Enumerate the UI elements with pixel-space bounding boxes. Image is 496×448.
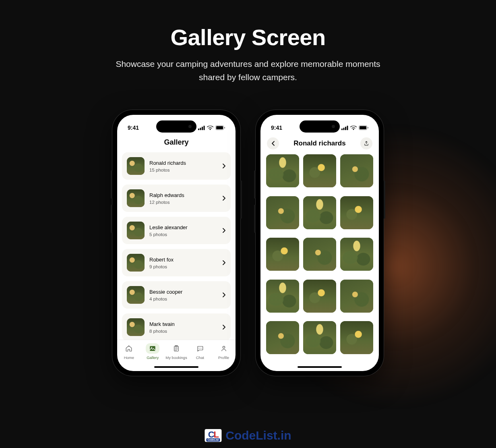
- svg-rect-14: [345, 127, 346, 130]
- chevron-right-icon: [223, 196, 226, 201]
- tab-label: Home: [124, 355, 134, 360]
- list-item[interactable]: Ronald richards 15 photos: [122, 152, 231, 180]
- photo-thumbnail[interactable]: [266, 321, 299, 354]
- tab-chat[interactable]: Chat: [189, 343, 211, 360]
- photo-thumbnail[interactable]: [340, 196, 373, 229]
- photo-thumbnail[interactable]: [303, 321, 336, 354]
- photo-thumbnail[interactable]: [266, 280, 299, 313]
- avatar-thumbnail: [127, 318, 145, 336]
- share-icon: [364, 141, 369, 146]
- user-name: Leslie alexander: [149, 224, 218, 230]
- avatar-thumbnail: [127, 286, 145, 304]
- photo-thumbnail[interactable]: [303, 238, 336, 271]
- user-name: Bessie cooper: [149, 289, 218, 295]
- signal-icon: [198, 126, 205, 130]
- avatar-thumbnail: [127, 254, 145, 272]
- svg-rect-2: [202, 127, 203, 130]
- detail-title: Ronald richards: [293, 139, 345, 147]
- user-name: Robert fox: [149, 257, 218, 263]
- battery-icon: [215, 125, 225, 130]
- phone-mock-gallery-detail: 9:41: [256, 110, 384, 376]
- user-name: Ronald richards: [149, 160, 218, 166]
- avatar-thumbnail: [127, 157, 145, 175]
- svg-rect-3: [204, 126, 205, 130]
- gallery-icon: [146, 343, 159, 354]
- list-item[interactable]: Mark twain 8 photos: [122, 313, 231, 340]
- avatar-thumbnail: [127, 189, 145, 207]
- wifi-icon: [350, 126, 357, 130]
- phone-notch: [300, 120, 340, 133]
- chevron-left-icon: [271, 141, 275, 146]
- photo-count: 8 photos: [149, 329, 218, 334]
- list-item[interactable]: Bessie cooper 4 photos: [122, 281, 231, 309]
- status-time: 9:41: [128, 124, 139, 131]
- svg-rect-7: [150, 346, 155, 351]
- photo-thumbnail[interactable]: [340, 321, 373, 354]
- photo-count: 9 photos: [149, 264, 218, 269]
- svg-rect-15: [347, 126, 348, 130]
- status-time: 9:41: [271, 124, 282, 131]
- gallery-screen-title: Gallery: [117, 135, 236, 152]
- photo-count: 12 photos: [149, 200, 218, 205]
- back-button[interactable]: [267, 137, 279, 149]
- photo-thumbnail[interactable]: [340, 238, 373, 271]
- photo-count: 5 photos: [149, 232, 218, 237]
- list-item[interactable]: Ralph edwards 12 photos: [122, 185, 231, 212]
- tab-profile[interactable]: Profile: [213, 343, 235, 360]
- svg-rect-12: [341, 129, 343, 130]
- tab-bookings[interactable]: My bookings: [165, 343, 188, 360]
- user-name: Ralph edwards: [149, 192, 218, 198]
- svg-rect-5: [216, 126, 223, 129]
- svg-rect-6: [224, 127, 225, 129]
- chevron-right-icon: [223, 260, 226, 265]
- signal-icon: [341, 126, 348, 130]
- chat-icon: [193, 343, 207, 354]
- home-indicator: [298, 366, 342, 368]
- tab-label: My bookings: [165, 355, 187, 360]
- watermark-text: CodeList.in: [225, 429, 291, 442]
- chevron-right-icon: [223, 164, 226, 168]
- home-icon: [122, 343, 136, 354]
- svg-rect-1: [200, 128, 201, 130]
- photo-thumbnail[interactable]: [303, 154, 336, 187]
- gallery-user-list: Ronald richards 15 photos Ralph edwards …: [117, 152, 236, 340]
- clipboard-icon: [169, 343, 183, 354]
- photo-thumbnail[interactable]: [340, 280, 373, 313]
- chevron-right-icon: [223, 228, 226, 233]
- tab-gallery[interactable]: Gallery: [141, 343, 164, 360]
- watermark: CL CodeList CodeList.in: [205, 429, 291, 442]
- photo-thumbnail[interactable]: [266, 154, 299, 187]
- photo-thumbnail[interactable]: [303, 196, 336, 229]
- wifi-icon: [207, 126, 213, 130]
- chevron-right-icon: [223, 292, 226, 297]
- svg-rect-17: [360, 126, 366, 129]
- photo-grid: [260, 154, 379, 363]
- user-name: Mark twain: [149, 321, 218, 327]
- photo-thumbnail[interactable]: [266, 238, 299, 271]
- photo-count: 4 photos: [149, 297, 218, 301]
- svg-rect-13: [343, 128, 345, 130]
- list-item[interactable]: Robert fox 9 photos: [122, 249, 231, 276]
- photo-thumbnail[interactable]: [266, 196, 299, 229]
- photo-count: 15 photos: [149, 168, 218, 172]
- watermark-badge-text: CodeList: [206, 438, 220, 442]
- profile-icon: [217, 343, 231, 354]
- chevron-right-icon: [223, 325, 226, 330]
- tab-label: Gallery: [147, 355, 159, 360]
- tab-home[interactable]: Home: [118, 343, 140, 360]
- svg-point-8: [151, 347, 152, 348]
- battery-icon: [359, 125, 368, 130]
- photo-thumbnail[interactable]: [303, 280, 336, 313]
- phone-mock-gallery-list: 9:41 Gallery: [112, 110, 240, 376]
- page-subtitle: Showcase your camping adventures and exp…: [111, 58, 385, 84]
- svg-point-11: [223, 346, 225, 348]
- tab-label: Profile: [218, 355, 229, 360]
- avatar-thumbnail: [127, 222, 145, 239]
- phone-notch: [156, 120, 196, 133]
- photo-thumbnail[interactable]: [340, 154, 373, 187]
- svg-rect-18: [368, 127, 368, 129]
- share-button[interactable]: [360, 137, 372, 149]
- page-title: Gallery Screen: [0, 24, 496, 50]
- list-item[interactable]: Leslie alexander 5 photos: [122, 217, 231, 244]
- tab-label: Chat: [196, 355, 204, 360]
